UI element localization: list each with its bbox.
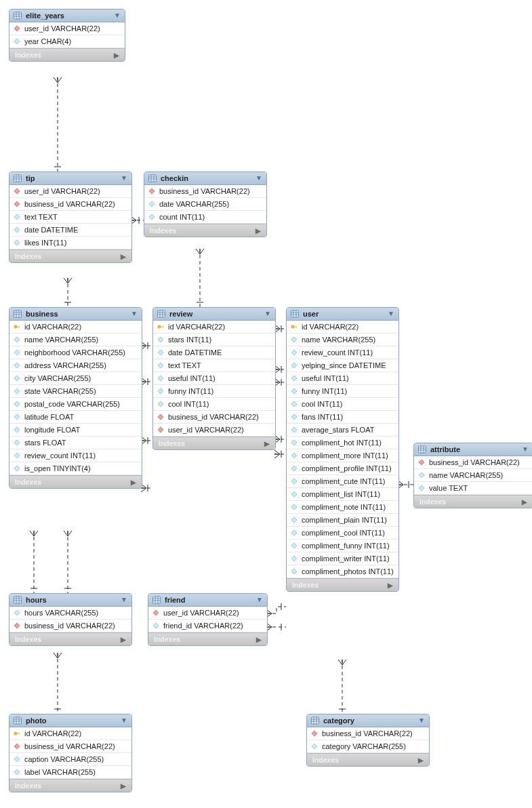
collapse-icon[interactable]: ▼	[522, 446, 529, 453]
column-row[interactable]: id VARCHAR(22)	[153, 321, 275, 334]
column-row[interactable]: yelping_since DATETIME	[287, 359, 398, 372]
column-row[interactable]: user_id VARCHAR(22)	[9, 185, 131, 198]
column-row[interactable]: compliment_profile INT(11)	[287, 462, 398, 475]
table-friend[interactable]: friend▼ user_id VARCHAR(22) friend_id VA…	[148, 593, 268, 646]
table-attribute[interactable]: attribute▼ business_id VARCHAR(22) name …	[413, 443, 532, 508]
collapse-icon[interactable]: ▼	[255, 175, 262, 182]
column-row[interactable]: value TEXT	[414, 482, 532, 495]
column-row[interactable]: compliment_photos INT(11)	[287, 565, 398, 578]
column-row[interactable]: business_id VARCHAR(22)	[414, 456, 532, 469]
column-row[interactable]: date DATETIME	[153, 346, 275, 359]
table-business[interactable]: business▼ id VARCHAR(22) name VARCHAR(25…	[9, 307, 142, 489]
table-tip[interactable]: tip▼ user_id VARCHAR(22) business_id VAR…	[9, 171, 132, 263]
expand-icon[interactable]: ▶	[121, 782, 126, 790]
column-row[interactable]: funny INT(11)	[153, 385, 275, 398]
column-row[interactable]: longitude FLOAT	[9, 424, 142, 437]
indexes-section[interactable]: Indexes▶	[9, 779, 131, 792]
column-row[interactable]: date VARCHAR(255)	[144, 198, 266, 211]
column-row[interactable]: business_id VARCHAR(22)	[9, 620, 131, 632]
collapse-icon[interactable]: ▼	[388, 310, 394, 317]
column-row[interactable]: likes INT(11)	[9, 237, 131, 249]
column-row[interactable]: stars FLOAT	[9, 437, 142, 449]
column-row[interactable]: fans INT(11)	[287, 411, 398, 424]
column-row[interactable]: useful INT(11)	[153, 372, 275, 385]
indexes-section[interactable]: Indexes▶	[9, 48, 125, 61]
column-row[interactable]: compliment_cute INT(11)	[287, 475, 398, 488]
column-row[interactable]: business_id VARCHAR(22)	[9, 198, 131, 211]
column-row[interactable]: review_count INT(11)	[9, 449, 142, 462]
column-row[interactable]: business_id VARCHAR(22)	[307, 727, 429, 740]
table-header[interactable]: category▼	[307, 714, 429, 727]
column-row[interactable]: compliment_more INT(11)	[287, 449, 398, 462]
column-row[interactable]: text TEXT	[9, 211, 131, 224]
expand-icon[interactable]: ▶	[418, 756, 424, 764]
column-row[interactable]: business_id VARCHAR(22)	[153, 411, 275, 424]
indexes-section[interactable]: Indexes▶	[9, 249, 131, 262]
column-row[interactable]: compliment_hot INT(11)	[287, 437, 398, 449]
table-header[interactable]: elite_years▼	[9, 9, 125, 22]
indexes-section[interactable]: Indexes▶	[144, 224, 266, 237]
indexes-section[interactable]: Indexes▶	[307, 753, 429, 766]
expand-icon[interactable]: ▶	[264, 440, 270, 447]
column-row[interactable]: user_id VARCHAR(22)	[153, 424, 275, 437]
expand-icon[interactable]: ▶	[255, 227, 261, 235]
table-header[interactable]: checkin▼	[144, 172, 266, 185]
table-header[interactable]: business▼	[9, 308, 142, 321]
collapse-icon[interactable]: ▼	[418, 717, 425, 724]
table-checkin[interactable]: checkin▼ business_id VARCHAR(22) date VA…	[144, 171, 267, 237]
column-row[interactable]: is_open TINYINT(4)	[9, 462, 142, 475]
table-header[interactable]: review▼	[153, 308, 275, 321]
column-row[interactable]: review_count INT(11)	[287, 346, 398, 359]
column-row[interactable]: compliment_writer INT(11)	[287, 552, 398, 565]
indexes-section[interactable]: Indexes▶	[9, 632, 131, 645]
column-row[interactable]: state VARCHAR(255)	[9, 385, 142, 398]
table-elite_years[interactable]: elite_years▼ user_id VARCHAR(22) year CH…	[9, 9, 125, 62]
table-hours[interactable]: hours▼ hours VARCHAR(255) business_id VA…	[9, 593, 132, 646]
table-header[interactable]: user▼	[287, 308, 398, 321]
collapse-icon[interactable]: ▼	[264, 310, 271, 317]
table-photo[interactable]: photo▼ id VARCHAR(22) business_id VARCHA…	[9, 714, 132, 792]
column-row[interactable]: user_id VARCHAR(22)	[148, 607, 267, 620]
column-row[interactable]: city VARCHAR(255)	[9, 372, 142, 385]
column-row[interactable]: year CHAR(4)	[9, 35, 125, 48]
column-row[interactable]: funny INT(11)	[287, 385, 398, 398]
table-header[interactable]: hours▼	[9, 594, 131, 607]
indexes-section[interactable]: Indexes▶	[9, 475, 142, 488]
column-row[interactable]: postal_code VARCHAR(255)	[9, 398, 142, 411]
column-row[interactable]: compliment_plain INT(11)	[287, 514, 398, 527]
column-row[interactable]: compliment_cool INT(11)	[287, 527, 398, 540]
column-row[interactable]: friend_id VARCHAR(22)	[148, 620, 267, 632]
column-row[interactable]: label VARCHAR(255)	[9, 766, 131, 779]
column-row[interactable]: hours VARCHAR(255)	[9, 607, 131, 620]
expand-icon[interactable]: ▶	[388, 582, 393, 589]
column-row[interactable]: address VARCHAR(255)	[9, 359, 142, 372]
column-row[interactable]: cool INT(11)	[287, 398, 398, 411]
collapse-icon[interactable]: ▼	[121, 597, 127, 603]
indexes-section[interactable]: Indexes▶	[148, 632, 267, 645]
column-row[interactable]: useful INT(11)	[287, 372, 398, 385]
table-header[interactable]: tip▼	[9, 172, 131, 185]
indexes-section[interactable]: Indexes▶	[414, 495, 532, 508]
collapse-icon[interactable]: ▼	[121, 717, 127, 724]
column-row[interactable]: user_id VARCHAR(22)	[9, 22, 125, 35]
table-user[interactable]: user▼ id VARCHAR(22) name VARCHAR(255) r…	[286, 307, 399, 592]
column-row[interactable]: average_stars FLOAT	[287, 424, 398, 437]
column-row[interactable]: name VARCHAR(255)	[414, 469, 532, 482]
table-review[interactable]: review▼ id VARCHAR(22) stars INT(11) dat…	[152, 307, 276, 450]
expand-icon[interactable]: ▶	[114, 52, 119, 59]
column-row[interactable]: name VARCHAR(255)	[9, 334, 142, 346]
column-row[interactable]: cool INT(11)	[153, 398, 275, 411]
column-row[interactable]: stars INT(11)	[153, 334, 275, 346]
column-row[interactable]: category VARCHAR(255)	[307, 740, 429, 753]
table-header[interactable]: friend▼	[148, 594, 267, 607]
column-row[interactable]: latitude FLOAT	[9, 411, 142, 424]
collapse-icon[interactable]: ▼	[114, 12, 121, 19]
collapse-icon[interactable]: ▼	[256, 597, 263, 603]
column-row[interactable]: text TEXT	[153, 359, 275, 372]
column-row[interactable]: business_id VARCHAR(22)	[144, 185, 266, 198]
column-row[interactable]: compliment_funny INT(11)	[287, 540, 398, 552]
column-row[interactable]: business_id VARCHAR(22)	[9, 740, 131, 753]
expand-icon[interactable]: ▶	[522, 498, 527, 506]
column-row[interactable]: caption VARCHAR(255)	[9, 753, 131, 766]
column-row[interactable]: date DATETIME	[9, 224, 131, 237]
